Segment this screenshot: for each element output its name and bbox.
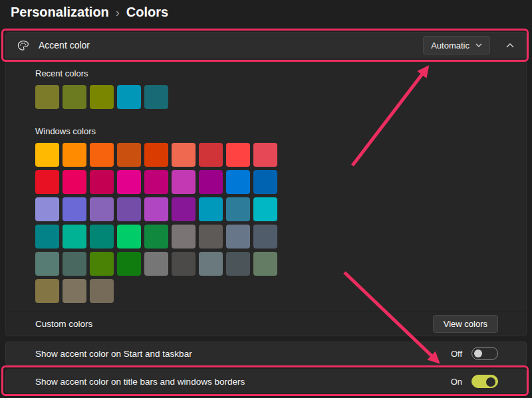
windows-color-swatch[interactable] <box>35 170 59 194</box>
windows-color-swatch[interactable] <box>253 143 277 167</box>
windows-color-swatch[interactable] <box>117 252 141 276</box>
windows-color-swatch[interactable] <box>226 252 250 276</box>
accent-titlebar-label: Show accent color on title bars and wind… <box>35 377 451 387</box>
windows-color-swatch[interactable] <box>226 225 250 249</box>
windows-color-swatch[interactable] <box>172 252 196 276</box>
windows-color-swatch[interactable] <box>199 197 223 221</box>
windows-color-swatch[interactable] <box>253 225 277 249</box>
windows-color-swatch[interactable] <box>117 143 141 167</box>
recent-colors-label: Recent colors <box>35 68 514 78</box>
breadcrumb-parent[interactable]: Personalization <box>11 5 109 20</box>
breadcrumb: Personalization › Colors <box>11 5 168 20</box>
accent-color-expander-header[interactable]: Accent color Automatic <box>5 32 527 58</box>
windows-color-swatch[interactable] <box>35 279 59 303</box>
windows-colors-label: Windows colors <box>35 126 514 136</box>
windows-color-swatch[interactable] <box>144 225 168 249</box>
windows-color-swatch[interactable] <box>117 225 141 249</box>
windows-color-swatch[interactable] <box>117 170 141 194</box>
recent-color-swatch[interactable] <box>35 85 59 109</box>
collapse-chevron-up-icon[interactable] <box>506 43 514 48</box>
accent-start-taskbar-label: Show accent color on Start and taskbar <box>35 349 451 359</box>
windows-color-swatch[interactable] <box>144 197 168 221</box>
accent-color-label: Accent color <box>39 40 423 50</box>
windows-color-swatch[interactable] <box>199 170 223 194</box>
windows-color-swatch[interactable] <box>90 252 114 276</box>
recent-color-swatch[interactable] <box>144 85 168 109</box>
custom-colors-row: Custom colors View colors <box>6 312 526 336</box>
palette-icon <box>17 39 29 52</box>
windows-color-swatch[interactable] <box>63 197 86 221</box>
windows-color-swatch[interactable] <box>35 252 59 276</box>
windows-color-swatch[interactable] <box>63 170 86 194</box>
accent-titlebar-row: Show accent color on title bars and wind… <box>5 369 527 393</box>
accent-titlebar-state: On <box>451 377 462 387</box>
windows-color-swatch[interactable] <box>117 197 141 221</box>
recent-color-swatch[interactable] <box>90 85 114 109</box>
view-colors-button[interactable]: View colors <box>433 315 498 333</box>
windows-color-swatch[interactable] <box>144 252 168 276</box>
windows-color-swatch[interactable] <box>144 143 168 167</box>
windows-color-swatch[interactable] <box>172 170 196 194</box>
windows-color-swatch[interactable] <box>199 225 223 249</box>
windows-color-swatch[interactable] <box>90 197 114 221</box>
accent-mode-dropdown[interactable]: Automatic <box>423 36 490 54</box>
windows-color-swatch[interactable] <box>226 170 250 194</box>
recent-color-swatch[interactable] <box>117 85 141 109</box>
accent-color-expander-body: Recent colors Windows colors Custom colo… <box>5 59 527 336</box>
windows-color-swatch[interactable] <box>226 197 250 221</box>
windows-color-swatch[interactable] <box>90 170 114 194</box>
windows-color-swatch[interactable] <box>35 143 59 167</box>
windows-color-swatch[interactable] <box>253 197 277 221</box>
windows-color-swatch[interactable] <box>172 197 196 221</box>
windows-color-swatch[interactable] <box>90 143 114 167</box>
breadcrumb-separator-icon: › <box>116 6 120 20</box>
accent-mode-selected-value: Automatic <box>431 41 469 50</box>
windows-color-swatch[interactable] <box>90 279 114 303</box>
windows-color-swatch[interactable] <box>172 225 196 249</box>
windows-color-swatch[interactable] <box>63 252 86 276</box>
windows-color-swatch[interactable] <box>90 225 114 249</box>
chevron-down-icon <box>475 43 482 47</box>
accent-titlebar-toggle[interactable] <box>471 375 498 388</box>
windows-color-swatch[interactable] <box>63 225 86 249</box>
windows-color-swatch[interactable] <box>63 279 86 303</box>
windows-color-swatch[interactable] <box>172 143 196 167</box>
recent-color-swatch[interactable] <box>63 85 86 109</box>
windows-color-swatch[interactable] <box>63 143 86 167</box>
windows-colors-grid <box>35 143 514 303</box>
accent-start-taskbar-toggle[interactable] <box>471 347 498 360</box>
windows-color-swatch[interactable] <box>144 170 168 194</box>
windows-color-swatch[interactable] <box>226 143 250 167</box>
accent-start-taskbar-row: Show accent color on Start and taskbar O… <box>5 342 527 365</box>
accent-start-taskbar-state: Off <box>451 349 462 359</box>
windows-color-swatch[interactable] <box>35 197 59 221</box>
windows-color-swatch[interactable] <box>253 252 277 276</box>
windows-color-swatch[interactable] <box>199 252 223 276</box>
windows-color-swatch[interactable] <box>199 143 223 167</box>
toggle-knob <box>486 377 495 387</box>
custom-colors-label: Custom colors <box>35 319 433 329</box>
toggle-knob <box>474 349 482 357</box>
windows-color-swatch[interactable] <box>253 170 277 194</box>
windows-color-swatch[interactable] <box>35 225 59 249</box>
breadcrumb-current: Colors <box>126 5 168 20</box>
recent-colors-row <box>35 85 514 109</box>
